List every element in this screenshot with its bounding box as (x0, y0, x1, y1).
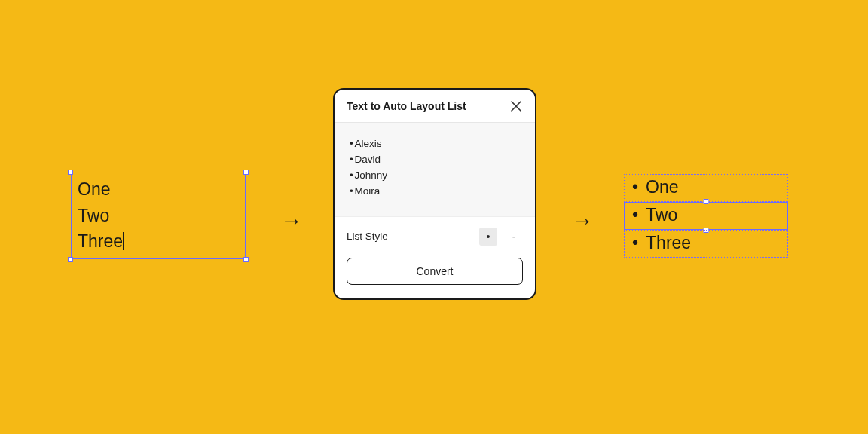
input-line-1: One (78, 179, 110, 199)
output-auto-layout-list[interactable]: • One • Two • Three (624, 174, 788, 258)
list-item-selected[interactable]: • Two (624, 202, 788, 230)
resize-handle-top-right[interactable] (243, 170, 249, 175)
resize-handle-top-left[interactable] (68, 170, 73, 175)
resize-handle-top[interactable] (704, 199, 709, 204)
resize-handle-bottom-right[interactable] (243, 257, 249, 262)
convert-button-label: Convert (416, 265, 453, 277)
dialog-header: Text to Auto Layout List (335, 90, 535, 123)
list-style-label: List Style (347, 231, 388, 242)
convert-button[interactable]: Convert (347, 258, 523, 285)
preview-item: David (350, 152, 520, 168)
list-item-label: Two (646, 206, 677, 224)
list-style-option-bullet[interactable]: • (479, 228, 497, 246)
list-style-option-dash[interactable]: - (505, 228, 523, 246)
list-item-label: Three (646, 234, 691, 252)
list-item[interactable]: • Three (624, 230, 788, 258)
bullet-icon: • (632, 234, 638, 252)
arrow-icon: → (280, 208, 303, 234)
dialog-controls: List Style • - Convert (335, 217, 535, 298)
bullet-icon: • (632, 206, 638, 224)
input-line-2: Two (78, 206, 109, 225)
resize-handle-bottom-left[interactable] (68, 257, 73, 262)
input-line-3: Three (78, 231, 123, 251)
input-text-lines[interactable]: One Two Three (72, 173, 245, 258)
preview-item: Johnny (350, 168, 520, 184)
plugin-dialog: Text to Auto Layout List Alexis David Jo… (333, 88, 536, 300)
close-icon (511, 101, 521, 112)
bullet-icon: • (632, 179, 638, 196)
preview-pane: Alexis David Johnny Moira (335, 123, 535, 217)
arrow-icon: → (571, 208, 594, 234)
input-text-frame[interactable]: One Two Three (71, 173, 246, 259)
close-button[interactable] (509, 99, 523, 113)
preview-item: Alexis (350, 136, 520, 152)
list-style-row: List Style • - (347, 228, 523, 246)
text-caret (123, 232, 124, 250)
list-style-options: • - (479, 228, 523, 246)
list-item-label: One (646, 179, 678, 196)
dialog-title: Text to Auto Layout List (347, 100, 466, 112)
list-item[interactable]: • One (624, 174, 788, 202)
preview-item: Moira (350, 184, 520, 200)
